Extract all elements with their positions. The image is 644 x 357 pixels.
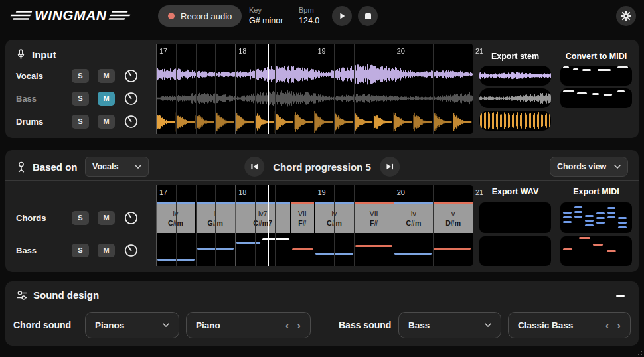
midi-note: [585, 224, 594, 226]
bass-note[interactable]: [434, 248, 471, 250]
play-button[interactable]: [332, 6, 352, 26]
midi-note: [617, 66, 628, 68]
bass-preset-stepper[interactable]: Classic Bass ‹ ›: [508, 312, 631, 338]
vocals-stem-thumbnail: [479, 66, 551, 86]
convert-midi-bass[interactable]: [560, 88, 632, 108]
midi-note: [617, 90, 625, 92]
midi-note: [574, 211, 583, 213]
playhead[interactable]: [268, 185, 269, 266]
settings-button[interactable]: [616, 6, 636, 26]
midi-note: [592, 93, 599, 95]
playhead[interactable]: [268, 44, 269, 134]
chord-sound-label: Chord sound: [13, 312, 71, 338]
bass-note[interactable]: [262, 238, 289, 240]
convert-midi-vocals[interactable]: [560, 66, 632, 86]
midi-note: [574, 216, 583, 218]
record-audio-button[interactable]: Record audio: [158, 5, 242, 27]
key-label: Key: [249, 5, 283, 15]
waveform-area[interactable]: 1718192021: [156, 44, 473, 134]
grid-line: [295, 185, 295, 266]
previous-progression-button[interactable]: [244, 157, 264, 177]
chord-numeral: VII: [298, 210, 307, 218]
midi-note: [563, 90, 574, 92]
grid-line: [473, 185, 473, 266]
timeline-bar-label: 20: [397, 47, 405, 55]
mute-button[interactable]: M: [98, 244, 115, 257]
top-bar: WINGMAN Record audio Key G# minor Bpm 12…: [0, 0, 644, 32]
key-display: Key G# minor: [249, 5, 283, 27]
grid-line: [196, 44, 197, 134]
grid-line: [196, 185, 197, 266]
bass-sound-label: Bass sound: [339, 312, 391, 338]
midi-note: [598, 69, 611, 71]
solo-button[interactable]: S: [72, 115, 89, 129]
grid-line: [414, 185, 414, 266]
next-preset-icon[interactable]: ›: [617, 320, 621, 331]
export-stem-drums[interactable]: [479, 111, 551, 131]
grid-line: [215, 185, 216, 266]
mic-stand-icon: [16, 161, 27, 173]
export-stem-header: Export stem: [479, 52, 551, 61]
export-stem-vocals[interactable]: [479, 66, 551, 86]
next-preset-icon[interactable]: ›: [297, 320, 301, 331]
export-midi-chords[interactable]: [560, 202, 632, 233]
record-audio-label: Record audio: [181, 11, 232, 21]
midi-note: [582, 69, 591, 71]
volume-knob[interactable]: [123, 210, 139, 226]
resize-grip[interactable]: [637, 350, 642, 355]
grid-line: [176, 185, 177, 266]
bass-category-select[interactable]: Bass: [398, 312, 501, 338]
volume-knob[interactable]: [123, 91, 139, 106]
midi-note: [574, 206, 583, 208]
midi-note: [596, 222, 605, 224]
collapse-section-button[interactable]: [613, 291, 627, 301]
export-midi-bass[interactable]: [560, 236, 632, 266]
export-stem-bass[interactable]: [479, 88, 551, 108]
midi-note: [607, 212, 616, 214]
chord-category-select[interactable]: Pianos: [85, 312, 179, 338]
stop-button[interactable]: [358, 6, 378, 26]
mute-button[interactable]: M: [98, 211, 115, 225]
minus-icon: [616, 295, 625, 297]
based-on-source-select[interactable]: Vocals: [85, 157, 149, 177]
next-progression-button[interactable]: [380, 157, 400, 177]
input-section-title: Input: [32, 49, 56, 60]
progression-area[interactable]: ivC#miG#miv7C#m7VIIF#ivC#mVIIF#ivC#mvD#m…: [156, 185, 473, 266]
grid-line: [354, 185, 355, 266]
grid-line: [176, 44, 177, 134]
previous-preset-icon[interactable]: ‹: [285, 320, 289, 331]
export-wav-chords[interactable]: [479, 202, 551, 233]
export-wav-bass[interactable]: [479, 236, 551, 266]
previous-preset-icon[interactable]: ‹: [605, 320, 609, 331]
wingman-app: WINGMAN Record audio Key G# minor Bpm 12…: [0, 0, 644, 357]
solo-button[interactable]: S: [72, 211, 89, 225]
mute-button[interactable]: M: [98, 92, 115, 106]
sound-design-section: Sound design Chord sound Pianos Piano ‹ …: [5, 281, 639, 346]
grid-line: [235, 44, 236, 134]
chords-view-select[interactable]: Chords view: [550, 157, 628, 177]
solo-button[interactable]: S: [72, 69, 89, 83]
grid-line: [235, 185, 236, 266]
mute-button[interactable]: M: [98, 115, 115, 129]
bass-note[interactable]: [292, 248, 313, 250]
bass-note[interactable]: [236, 242, 260, 244]
volume-knob[interactable]: [123, 243, 139, 258]
mute-button[interactable]: M: [98, 69, 115, 83]
grid-line: [433, 44, 434, 134]
grid-line: [374, 185, 374, 266]
grid-line: [275, 185, 276, 266]
midi-note: [579, 237, 590, 239]
chord-preset-stepper[interactable]: Piano ‹ ›: [186, 312, 311, 338]
solo-button[interactable]: S: [72, 244, 89, 257]
grid-line: [215, 44, 216, 134]
volume-knob[interactable]: [123, 68, 139, 84]
app-logo: WINGMAN: [11, 7, 130, 23]
bpm-value: 124.0: [299, 15, 319, 27]
midi-note: [596, 212, 605, 214]
volume-knob[interactable]: [123, 114, 139, 129]
bpm-label: Bpm: [299, 5, 319, 15]
solo-button[interactable]: S: [72, 92, 89, 106]
chord-cell[interactable]: iv7C#m7: [236, 202, 290, 233]
midi-note: [563, 212, 572, 214]
track-row-bass: Bass S M: [16, 242, 139, 258]
